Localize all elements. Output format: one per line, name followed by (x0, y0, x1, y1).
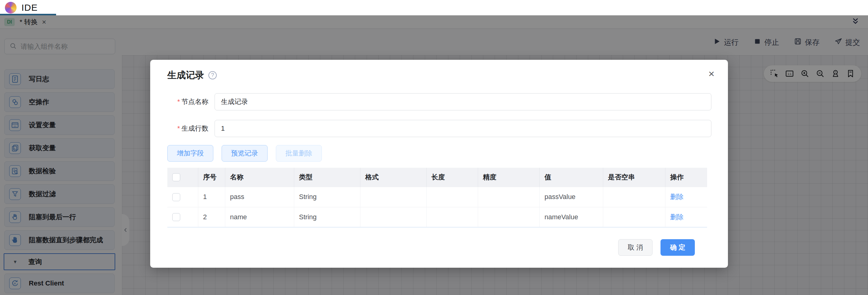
delete-row-link[interactable]: 删除 (670, 193, 684, 201)
cell-name: name (225, 207, 294, 227)
cell-seq: 2 (198, 207, 225, 227)
cell-name: pass (225, 187, 294, 207)
cell-precision (478, 207, 539, 227)
required-asterisk: * (177, 124, 180, 132)
fields-table: 序号 名称 类型 格式 长度 精度 值 是否空串 操作 1 pass Strin… (167, 168, 707, 228)
col-precision: 精度 (478, 168, 539, 187)
ok-button[interactable]: 确 定 (660, 239, 695, 256)
row-checkbox[interactable] (172, 193, 180, 201)
row-count-label: *生成行数 (167, 124, 209, 133)
app-header: IDE (0, 0, 868, 15)
cell-precision (478, 187, 539, 207)
dialog-title: 生成记录 (167, 69, 204, 82)
select-all-checkbox[interactable] (172, 173, 180, 181)
table-header-row: 序号 名称 类型 格式 长度 精度 值 是否空串 操作 (167, 168, 707, 187)
cell-seq: 1 (198, 187, 225, 207)
cell-length (426, 187, 478, 207)
col-seq: 序号 (198, 168, 225, 187)
cell-value: nameValue (539, 207, 603, 227)
cell-format (360, 187, 426, 207)
row-count-input[interactable] (215, 120, 711, 137)
preview-records-button[interactable]: 预览记录 (222, 145, 268, 161)
col-length: 长度 (426, 168, 478, 187)
app-title: IDE (22, 2, 38, 13)
delete-row-link[interactable]: 删除 (670, 213, 684, 221)
table-row: 1 pass String passValue 删除 (167, 187, 707, 207)
cell-empty-string (603, 207, 665, 227)
batch-delete-button[interactable]: 批量删除 (276, 145, 322, 161)
cell-type: String (294, 207, 360, 227)
col-type: 类型 (294, 168, 360, 187)
node-name-input[interactable] (215, 93, 711, 110)
col-name: 名称 (225, 168, 294, 187)
add-field-button[interactable]: 增加字段 (167, 145, 213, 161)
cell-empty-string (603, 187, 665, 207)
generate-records-dialog: 生成记录 ? × *节点名称 *生成行数 增加字段 预览记录 批量删除 序 (150, 60, 728, 268)
cell-type: String (294, 187, 360, 207)
row-checkbox[interactable] (172, 213, 180, 221)
col-action: 操作 (665, 168, 707, 187)
col-format: 格式 (360, 168, 426, 187)
cell-format (360, 207, 426, 227)
cell-value: passValue (539, 187, 603, 207)
table-row: 2 name String nameValue 删除 (167, 207, 707, 227)
help-circle-icon[interactable]: ? (209, 71, 217, 80)
cancel-button[interactable]: 取 消 (618, 239, 653, 256)
node-name-label: *节点名称 (167, 97, 209, 107)
col-value: 值 (539, 168, 603, 187)
dialog-close-icon[interactable]: × (708, 68, 714, 79)
col-empty-string: 是否空串 (603, 168, 665, 187)
required-asterisk: * (177, 98, 180, 106)
app-logo-icon (5, 2, 17, 13)
cell-length (426, 207, 478, 227)
